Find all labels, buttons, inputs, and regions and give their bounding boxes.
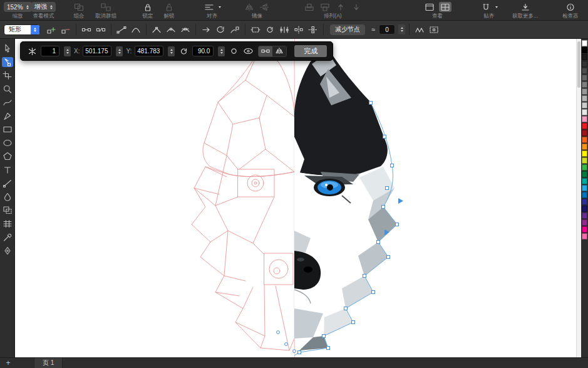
pick-tool[interactable] <box>2 43 13 53</box>
outline-pen-tool[interactable] <box>2 246 13 256</box>
add-page-button[interactable]: + <box>0 358 16 368</box>
line-tool[interactable] <box>2 178 13 188</box>
align-button[interactable] <box>203 2 215 12</box>
wireframe-half[interactable] <box>192 50 294 350</box>
scrollbar-thumb[interactable] <box>577 41 580 88</box>
color-swatch[interactable] <box>582 81 587 88</box>
color-swatch[interactable] <box>582 226 587 233</box>
mirror-line-toggle[interactable] <box>272 46 286 56</box>
color-swatch[interactable] <box>582 144 587 150</box>
lock-button[interactable] <box>142 2 154 12</box>
color-swatch[interactable] <box>582 137 587 143</box>
color-swatch[interactable] <box>582 116 587 122</box>
ungroup-button[interactable] <box>100 2 112 12</box>
node-handle-arrow[interactable] <box>398 198 403 204</box>
close-curve-button[interactable] <box>214 24 227 34</box>
unlock-button[interactable] <box>163 2 175 12</box>
reduce-nodes-button[interactable]: 减少节点 <box>330 24 365 35</box>
cusp-node-button[interactable] <box>150 24 163 34</box>
to-line-button[interactable] <box>115 24 128 34</box>
shape-tool[interactable] <box>2 57 13 67</box>
zoom-tool[interactable] <box>2 84 13 94</box>
color-swatch[interactable] <box>582 164 587 171</box>
color-swatch[interactable] <box>582 157 587 164</box>
color-swatch[interactable] <box>582 213 587 219</box>
color-swatch[interactable] <box>582 40 587 46</box>
view-mode-select[interactable]: 增强 <box>31 2 56 12</box>
color-swatch[interactable] <box>582 95 587 102</box>
x-field[interactable]: 501.175 <box>83 46 111 56</box>
to-back-button[interactable] <box>319 2 331 12</box>
y-stepper[interactable] <box>168 46 175 56</box>
color-swatch[interactable] <box>582 171 587 177</box>
symmetric-node-button[interactable] <box>179 24 192 34</box>
color-swatch[interactable] <box>582 68 587 74</box>
artistic-media-tool[interactable] <box>2 111 13 121</box>
back-one-button[interactable] <box>350 2 363 12</box>
rectangle-tool[interactable] <box>2 124 13 134</box>
fuse-nodes-toggle[interactable] <box>259 46 272 56</box>
color-swatch[interactable] <box>582 130 587 136</box>
eye-icon[interactable] <box>242 46 254 56</box>
reflect-vertical-button[interactable] <box>307 24 319 34</box>
mesh-tool[interactable] <box>2 219 13 229</box>
eyedropper-tool[interactable] <box>2 232 13 242</box>
rendered-half[interactable] <box>294 50 397 350</box>
add-node-button[interactable] <box>45 24 58 34</box>
color-swatch[interactable] <box>582 123 587 129</box>
polygon-tool[interactable] <box>2 151 13 161</box>
stretch-nodes-button[interactable] <box>249 24 262 34</box>
break-node-button[interactable] <box>95 24 107 34</box>
join-nodes-button[interactable] <box>80 24 93 34</box>
extract-subpath-button[interactable] <box>229 24 241 34</box>
done-button[interactable]: 完成 <box>294 45 327 57</box>
smoothing-stepper[interactable] <box>398 24 405 34</box>
combine-button[interactable] <box>73 2 85 12</box>
vertical-scrollbar[interactable] <box>576 39 581 357</box>
husky-artwork[interactable] <box>172 43 422 356</box>
color-swatch[interactable] <box>582 185 587 191</box>
symmetry-count-field[interactable]: 1 <box>41 46 59 56</box>
get-more-button[interactable] <box>519 2 532 12</box>
smooth-node-button[interactable] <box>165 24 177 34</box>
color-swatch[interactable] <box>582 199 587 205</box>
snap-button[interactable] <box>480 2 492 12</box>
single-page-view-button[interactable] <box>423 2 436 12</box>
reflect-horizontal-button[interactable] <box>292 24 305 34</box>
y-field[interactable]: 481.783 <box>135 46 163 56</box>
color-swatch[interactable] <box>582 88 587 95</box>
angle-field[interactable]: 90.0 <box>192 46 214 56</box>
page-tab[interactable]: 页 1 <box>34 358 63 368</box>
reverse-direction-button[interactable] <box>200 24 212 34</box>
color-swatch[interactable] <box>582 206 587 212</box>
x-stepper[interactable] <box>116 46 123 56</box>
zoom-select[interactable]: 152% <box>4 2 32 12</box>
drop-shadow-tool[interactable] <box>2 205 13 215</box>
freehand-tool[interactable] <box>2 97 13 107</box>
circle-icon[interactable] <box>228 46 239 56</box>
color-swatch[interactable] <box>582 75 587 81</box>
elastic-mode-button[interactable] <box>413 24 426 34</box>
color-swatch[interactable] <box>582 61 587 67</box>
to-curve-button[interactable] <box>130 24 142 34</box>
mirror-vertical-button[interactable] <box>259 2 271 12</box>
text-tool[interactable] <box>2 165 13 175</box>
color-swatch[interactable] <box>582 219 587 226</box>
color-swatch[interactable] <box>582 47 587 53</box>
color-swatch[interactable] <box>582 192 587 198</box>
angle-stepper[interactable] <box>218 46 225 56</box>
color-swatch[interactable] <box>582 233 587 239</box>
grid-view-button[interactable] <box>439 2 451 12</box>
ellipse-tool[interactable] <box>2 138 13 148</box>
align-nodes-button[interactable] <box>278 24 291 34</box>
to-front-button[interactable] <box>303 2 316 12</box>
crop-tool[interactable] <box>2 70 13 80</box>
color-swatch[interactable] <box>582 102 587 108</box>
shape-type-select[interactable]: 矩形 <box>4 24 40 35</box>
color-swatch[interactable] <box>582 150 587 157</box>
inspector-button[interactable] <box>564 2 577 12</box>
symmetry-count-stepper[interactable] <box>64 46 71 56</box>
mirror-horizontal-button[interactable] <box>243 2 255 12</box>
fill-tool[interactable] <box>2 192 13 202</box>
select-all-nodes-button[interactable] <box>428 24 440 34</box>
